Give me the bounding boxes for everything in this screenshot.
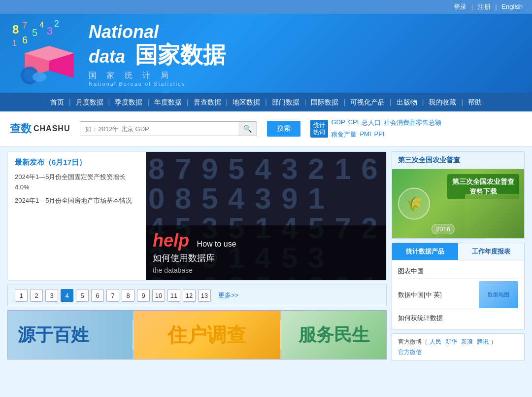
hot-term-grain[interactable]: 粮食产量	[331, 130, 357, 139]
hot-terms: GDP CPI 总人口 社会消费品零售总额 粮食产量 PMI PPI	[331, 118, 449, 139]
social-sina[interactable]: 新浪	[461, 338, 473, 346]
svg-text:7: 7	[22, 21, 27, 31]
social-row: 官方微博（ 人民 新华 新浪 腾讯 ） 官方微信	[392, 334, 524, 361]
tab-row: 统计数据产品 工作年度报表	[392, 243, 524, 260]
bottom-banner: 源于百姓 住户调查 服务民生	[7, 310, 387, 360]
list-item-chart-china[interactable]: 图表中国	[398, 264, 518, 279]
page-11[interactable]: 11	[167, 289, 180, 302]
news-item-2[interactable]: 2024年1—5月份全国房地产市场基本情况	[15, 196, 139, 206]
hot-term-retail[interactable]: 社会消费品零售总额	[384, 118, 441, 127]
slider-background: 8 7 9 5 4 3 2 1 6 0 8 5 4 3 9 1 4 5 3 5 …	[146, 152, 386, 280]
list-item-how-to[interactable]: 如何获统计数据	[398, 311, 518, 325]
sep2: |	[495, 3, 497, 10]
nav-international[interactable]: 国际数据	[306, 93, 343, 111]
nav-department[interactable]: 部门数据	[267, 93, 304, 111]
slider-en-subtext: the database	[153, 266, 193, 274]
logo-area: 8 7 5 4 3 2 1 6 Nationaldata 国家数据 国 家 统 …	[10, 19, 226, 88]
brand-chashu: CHASHU	[33, 124, 70, 133]
header: 8 7 5 4 3 2 1 6 Nationaldata 国家数据 国 家 统 …	[0, 14, 532, 93]
nav-home[interactable]: 首页	[45, 93, 69, 111]
svg-text:5: 5	[32, 27, 37, 38]
search-button[interactable]: 搜索	[267, 121, 300, 137]
svg-point-14	[33, 72, 46, 82]
top-bar: 登录 | 注册 | English	[0, 0, 532, 14]
site-name: Nationaldata 国家数据	[89, 20, 226, 68]
social-xinhua[interactable]: 新华	[445, 338, 457, 346]
news-item-1[interactable]: 2024年1—5月份全国固定资产投资增长4.0%	[15, 172, 139, 193]
nav-favorites[interactable]: 我的收藏	[424, 93, 461, 111]
slider-en-text: How to use	[197, 240, 236, 248]
hot-term-ppi[interactable]: PPI	[374, 130, 385, 139]
agriculture-title: 第三次全国农业普查	[392, 152, 524, 169]
sep1: |	[471, 3, 473, 10]
stats-panel: 统计数据产品 工作年度报表 图表中国 数据中国[中 英] 数据地图 如何获统计数…	[392, 243, 525, 329]
hot-terms-wrap: 统计 热词 GDP CPI 总人口 社会消费品零售总额 粮食产量 PMI PPI	[310, 118, 449, 139]
nav-quarterly[interactable]: 季度数据	[110, 93, 147, 111]
right-section: 第三次全国农业普查 🌾 第三次全国农业普查 资料下载 2016 统计数据产品	[392, 151, 525, 365]
social-weixin[interactable]: 官方微信	[398, 348, 422, 357]
agriculture-badge: 🌾	[398, 188, 430, 220]
hot-term-pmi[interactable]: PMI	[360, 130, 371, 139]
hot-term-gdp[interactable]: GDP	[331, 118, 345, 127]
page-6[interactable]: 6	[91, 289, 104, 302]
news-list: 最新发布（6月17日） 2024年1—5月份全国固定资产投资增长4.0% 202…	[8, 152, 146, 280]
site-title: Nationaldata 国家数据 国 家 统 计 局 National Bur…	[89, 20, 226, 87]
list-label-2: 数据中国[中 英]	[398, 290, 442, 299]
slider-cn-text: 如何使用数据库	[153, 252, 379, 264]
page-5[interactable]: 5	[76, 289, 89, 302]
hot-badge: 统计 热词	[310, 120, 328, 138]
page-10[interactable]: 10	[152, 289, 165, 302]
banner-text-1: 源于百姓	[18, 323, 89, 347]
svg-text:6: 6	[22, 35, 28, 45]
list-item-data-china[interactable]: 数据中国[中 英] 数据地图	[398, 279, 518, 311]
tab-stats-products[interactable]: 统计数据产品	[392, 243, 458, 260]
subtitle-en: National Bureau of Statistics	[89, 81, 226, 87]
nav-regional[interactable]: 地区数据	[228, 93, 265, 111]
page-4[interactable]: 4	[61, 289, 73, 302]
agriculture-text-1: 第三次全国农业普查	[452, 177, 514, 187]
hot-term-cpi[interactable]: CPI	[348, 118, 359, 127]
tab-annual-report[interactable]: 工作年度报表	[458, 243, 524, 260]
banner-section-left: 源于百姓	[8, 311, 133, 359]
nav-publications[interactable]: 出版物	[392, 93, 422, 111]
help-text: help	[153, 230, 189, 251]
nav-visual[interactable]: 可视化产品	[345, 93, 390, 111]
page-8[interactable]: 8	[122, 289, 134, 302]
nav-monthly[interactable]: 月度数据	[71, 93, 108, 111]
social-panel: 官方微博（ 人民 新华 新浪 腾讯 ） 官方微信	[392, 333, 525, 361]
page-9[interactable]: 9	[137, 289, 150, 302]
search-input[interactable]	[80, 122, 238, 136]
stats-list: 图表中国 数据中国[中 英] 数据地图 如何获统计数据	[392, 260, 524, 329]
register-link[interactable]: 注册	[478, 3, 491, 10]
svg-text:4: 4	[39, 21, 44, 29]
page-1[interactable]: 1	[15, 289, 28, 302]
banner-section-right: 服务民生	[281, 311, 386, 359]
brand-cha: 查数	[10, 121, 32, 136]
login-link[interactable]: 登录	[454, 3, 466, 10]
page-12[interactable]: 12	[183, 289, 196, 302]
nav-help[interactable]: 帮助	[463, 93, 487, 111]
main-content: 最新发布（6月17日） 2024年1—5月份全国固定资产投资增长4.0% 202…	[0, 146, 532, 370]
svg-text:3: 3	[47, 25, 53, 37]
agriculture-image: 🌾 第三次全国农业普查 资料下载 2016	[392, 169, 524, 238]
pagination: 1 2 3 4 5 6 7 8 9 10 11 12 13 更多>>	[7, 285, 387, 306]
language-link[interactable]: English	[501, 3, 523, 10]
agriculture-panel: 第三次全国农业普查 🌾 第三次全国农业普查 资料下载 2016	[392, 151, 525, 239]
social-renmin[interactable]: 人民	[430, 338, 441, 346]
page-7[interactable]: 7	[106, 289, 119, 302]
page-3[interactable]: 3	[45, 289, 58, 302]
list-label-1: 图表中国	[398, 267, 424, 276]
social-tencent[interactable]: 腾讯	[477, 338, 489, 346]
subtitle-cn: 国 家 统 计 局	[89, 71, 226, 81]
more-link[interactable]: 更多>>	[218, 291, 238, 300]
nav-annual[interactable]: 年度数据	[149, 93, 187, 111]
search-icon-button[interactable]: 🔍	[238, 122, 257, 136]
slider-overlay: help How to use 如何使用数据库 the database	[146, 225, 386, 280]
search-bar: 查数 CHASHU 🔍 搜索 统计 热词 GDP CPI 总人口 社会消费品零售…	[0, 111, 532, 146]
svg-text:8: 8	[12, 23, 19, 36]
page-13[interactable]: 13	[198, 289, 211, 302]
nav-census[interactable]: 普查数据	[189, 93, 226, 111]
page-2[interactable]: 2	[30, 289, 43, 302]
hot-term-population[interactable]: 总人口	[362, 118, 381, 127]
map-thumbnail: 数据地图	[479, 281, 518, 308]
